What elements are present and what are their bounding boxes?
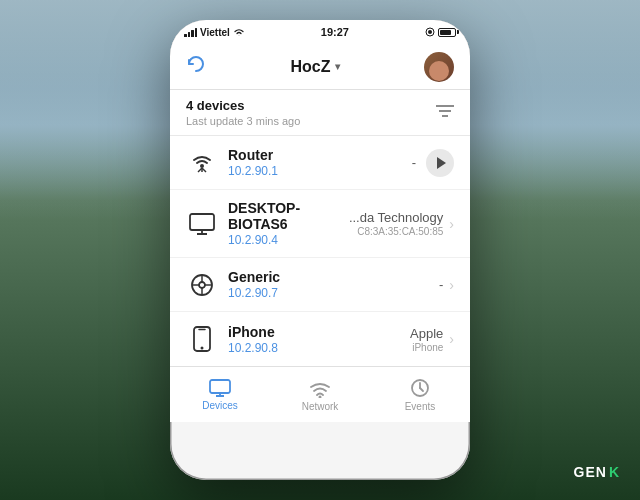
tab-events[interactable]: Events <box>370 367 470 422</box>
desktop-vendor: ...da Technology <box>349 210 443 225</box>
device-item-generic[interactable]: Generic 10.2.90.7 - › <box>170 258 470 312</box>
device-item-desktop[interactable]: DESKTOP-BIOTAS6 10.2.90.4 ...da Technolo… <box>170 190 470 258</box>
desktop-meta: ...da Technology C8:3A:35:CA:50:85 <box>349 210 443 237</box>
desktop-icon-wrap <box>186 208 218 240</box>
sub-header: 4 devices Last update 3 mins ago <box>170 90 470 136</box>
router-play-button[interactable] <box>426 149 454 177</box>
desktop-icon <box>189 213 215 235</box>
iphone-name: iPhone <box>228 324 410 340</box>
status-left: Viettel <box>184 27 245 38</box>
desktop-name: DESKTOP-BIOTAS6 <box>228 200 349 232</box>
generic-name: Generic <box>228 269 439 285</box>
svg-point-13 <box>199 282 205 288</box>
filter-icon <box>436 104 454 118</box>
router-name: Router <box>228 147 412 163</box>
router-info: Router 10.2.90.1 <box>228 147 412 178</box>
iphone-icon <box>193 326 211 352</box>
play-icon <box>437 157 446 169</box>
tab-devices-label: Devices <box>202 400 238 411</box>
genk-watermark: GEN K <box>574 464 620 480</box>
refresh-button[interactable] <box>186 54 206 79</box>
tab-network-label: Network <box>302 401 339 412</box>
desktop-ip: 10.2.90.4 <box>228 233 349 247</box>
tab-network[interactable]: Network <box>270 367 370 422</box>
svg-point-19 <box>201 347 204 350</box>
device-count: 4 devices <box>186 98 300 113</box>
tab-devices[interactable]: Devices <box>170 367 270 422</box>
router-ip: 10.2.90.1 <box>228 164 412 178</box>
status-right <box>425 27 456 37</box>
router-icon <box>189 152 215 174</box>
desktop-mac: C8:3A:35:CA:50:85 <box>349 226 443 237</box>
refresh-icon <box>186 54 206 74</box>
chevron-right-icon: › <box>449 277 454 293</box>
desktop-info: DESKTOP-BIOTAS6 10.2.90.4 <box>228 200 349 247</box>
generic-icon-wrap <box>186 269 218 301</box>
tab-bar: Devices Network Events <box>170 366 470 422</box>
header-title[interactable]: HocZ ▾ <box>291 58 340 76</box>
battery-fill <box>440 30 451 35</box>
generic-ip: 10.2.90.7 <box>228 286 439 300</box>
iphone-info: iPhone 10.2.90.8 <box>228 324 410 355</box>
iphone-icon-wrap <box>186 323 218 355</box>
router-icon-wrap <box>186 147 218 179</box>
last-update: Last update 3 mins ago <box>186 115 300 127</box>
app-header: HocZ ▾ <box>170 44 470 90</box>
svg-rect-9 <box>190 214 214 230</box>
router-vendor: - <box>412 155 416 170</box>
svg-point-1 <box>428 30 432 34</box>
battery-icon <box>438 28 456 37</box>
status-time: 19:27 <box>321 26 349 38</box>
device-info: 4 devices Last update 3 mins ago <box>186 98 300 127</box>
genk-gen-text: GEN <box>574 464 607 480</box>
signal-bars-icon <box>184 28 197 37</box>
device-item-iphone[interactable]: iPhone 10.2.90.8 Apple iPhone › <box>170 312 470 366</box>
iphone-model: iPhone <box>410 342 443 353</box>
devices-tab-icon <box>209 379 231 397</box>
filter-button[interactable] <box>436 104 454 122</box>
svg-point-24 <box>319 395 322 398</box>
chevron-down-icon: ▾ <box>335 61 340 72</box>
svg-line-27 <box>420 388 423 391</box>
genk-k-text: K <box>609 464 620 480</box>
generic-icon <box>190 273 214 297</box>
generic-vendor: - <box>439 277 443 292</box>
router-meta: - <box>412 155 416 170</box>
workspace-name: HocZ <box>291 58 331 76</box>
avatar[interactable] <box>424 52 454 82</box>
carrier-label: Viettel <box>200 27 230 38</box>
device-item-router[interactable]: Router 10.2.90.1 - <box>170 136 470 190</box>
chevron-right-icon: › <box>449 216 454 232</box>
device-list: Router 10.2.90.1 - DESKTOP-BIOTAS6 1 <box>170 136 470 366</box>
wifi-status-icon <box>233 27 245 37</box>
network-tab-icon <box>310 378 330 398</box>
iphone-ip: 10.2.90.8 <box>228 341 410 355</box>
phone-frame: Viettel 19:27 <box>170 20 470 480</box>
generic-meta: - <box>439 277 443 292</box>
events-tab-icon <box>410 378 430 398</box>
wifi-tab-icon <box>310 382 330 398</box>
iphone-meta: Apple iPhone <box>410 326 443 353</box>
tab-events-label: Events <box>405 401 436 412</box>
generic-info: Generic 10.2.90.7 <box>228 269 439 300</box>
chevron-right-icon: › <box>449 331 454 347</box>
status-bar: Viettel 19:27 <box>170 20 470 44</box>
iphone-vendor: Apple <box>410 326 443 341</box>
svg-rect-21 <box>210 380 230 393</box>
svg-point-5 <box>200 164 204 168</box>
screen-record-icon <box>425 27 435 37</box>
